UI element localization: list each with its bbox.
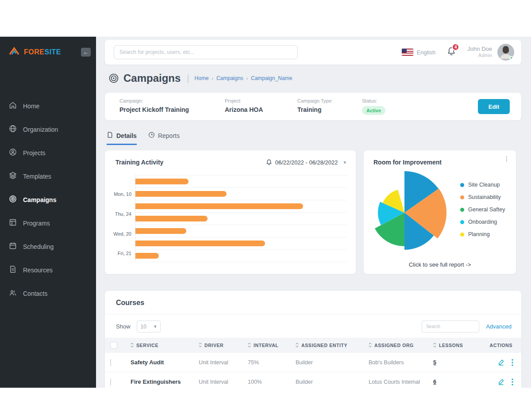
- breadcrumb-link-campaigns[interactable]: Campaigns: [216, 75, 243, 81]
- brand-logo-icon: [9, 46, 20, 58]
- select-all-checkbox[interactable]: [105, 342, 123, 349]
- layout-icon: [9, 218, 17, 228]
- sidebar-item-scheduling[interactable]: Scheduling: [0, 237, 96, 256]
- date-range-selector[interactable]: 06/22/2022 - 06/28/2022 ▾: [266, 159, 346, 166]
- sidebar-item-label: Scheduling: [23, 243, 54, 250]
- notifications-button[interactable]: 4: [447, 46, 456, 58]
- field-value: Project Kickoff Training: [119, 106, 189, 113]
- page-title: Campaigns: [123, 72, 181, 84]
- cell-service: Fire Extinguishers: [123, 378, 191, 385]
- campaign-field-status: Status:Active: [362, 98, 385, 115]
- column-header-service[interactable]: SERVICE: [123, 343, 191, 348]
- row-checkbox[interactable]: [105, 359, 123, 366]
- sidebar-item-contacts[interactable]: Contacts: [0, 284, 96, 302]
- cell-service: Safety Audit: [123, 359, 191, 366]
- sidebar-item-label: Resources: [23, 267, 53, 274]
- sidebar-item-campaigns[interactable]: Campaigns: [0, 191, 96, 209]
- column-header-assigned-org[interactable]: ASSIGNED ORG: [361, 343, 425, 348]
- chevron-down-icon: ▾: [343, 160, 346, 165]
- search-input[interactable]: [114, 45, 298, 59]
- lessons-link[interactable]: 5: [433, 359, 436, 366]
- tab-label: Details: [116, 132, 137, 139]
- y-axis-tick-label: Fri, 21: [118, 251, 131, 256]
- sidebar-item-home[interactable]: Home: [0, 97, 96, 115]
- row-menu-button[interactable]: [512, 378, 513, 386]
- topbar: English 4 John Doe Admin: [105, 40, 521, 65]
- sidebar-item-programs[interactable]: Programs: [0, 214, 96, 232]
- app-window: FORESITE ← HomeOrganizationProjectsTempl…: [0, 37, 531, 388]
- field-label: Campaign:: [119, 98, 189, 103]
- notification-badge: 4: [452, 43, 459, 51]
- sort-icon[interactable]: [248, 343, 251, 348]
- gridline: [135, 249, 347, 250]
- column-header-lessons[interactable]: LESSONS: [425, 343, 468, 348]
- gridline: [135, 175, 347, 176]
- row-menu-button[interactable]: [512, 359, 513, 366]
- target-icon: [9, 195, 17, 204]
- column-label: ACTIONS: [490, 343, 512, 348]
- sort-icon[interactable]: [296, 343, 299, 348]
- edit-row-button[interactable]: [498, 378, 504, 385]
- avatar[interactable]: [497, 44, 514, 61]
- chevron-down-icon: ▾: [154, 324, 157, 329]
- tab-bar: DetailsReports: [107, 131, 180, 145]
- room-for-improvement-card: Room for Improvement ⋮ Site CleanupSusta…: [364, 150, 516, 274]
- page-size-value: 10: [141, 324, 146, 330]
- row-checkbox[interactable]: [105, 379, 123, 385]
- screen: FORESITE ← HomeOrganizationProjectsTempl…: [0, 0, 531, 420]
- sidebar-item-label: Organization: [23, 126, 58, 133]
- main-content: English 4 John Doe Admin: [96, 37, 531, 388]
- edit-button[interactable]: Edit: [478, 99, 510, 114]
- cell-driver: Unit Interval: [191, 379, 240, 385]
- cell-lessons: 5: [425, 359, 468, 366]
- sidebar-item-label: Programs: [23, 220, 50, 227]
- status-badge: Active: [362, 106, 385, 115]
- column-header-interval[interactable]: INTERVAL: [240, 343, 288, 348]
- clock-icon: [148, 131, 155, 140]
- sort-icon[interactable]: [199, 343, 202, 348]
- field-value: Arizona HOA: [225, 106, 263, 113]
- tab-reports[interactable]: Reports: [148, 131, 180, 145]
- breadcrumb: Home›Campaigns›Campaign_Name: [195, 75, 292, 81]
- sidebar-collapse-button[interactable]: ←: [81, 48, 91, 57]
- y-axis-tick-label: Thu, 24: [115, 211, 131, 217]
- sort-icon[interactable]: [131, 343, 134, 348]
- sort-icon[interactable]: [433, 343, 436, 348]
- lessons-link[interactable]: 6: [433, 379, 436, 385]
- title-divider: |: [187, 73, 189, 84]
- bell-small-icon: [266, 159, 272, 166]
- column-label: DRIVER: [204, 343, 223, 348]
- bar-series-item: [135, 228, 186, 234]
- column-header-actions: ACTIONS: [468, 343, 521, 348]
- sidebar-item-organization[interactable]: Organization: [0, 120, 96, 138]
- people-icon: [9, 289, 17, 298]
- sidebar-item-templates[interactable]: Templates: [0, 167, 96, 185]
- column-header-assigned-entity[interactable]: ASSIGNED ENTITY: [288, 343, 361, 348]
- column-header-driver[interactable]: DRIVER: [191, 343, 240, 348]
- sidebar-item-projects[interactable]: Projects: [0, 144, 96, 162]
- sort-icon[interactable]: [369, 343, 372, 348]
- kebab-menu-icon[interactable]: ⋮: [504, 157, 508, 160]
- column-label: ASSIGNED ORG: [374, 343, 414, 348]
- legend-item-planning: Planning: [460, 228, 505, 241]
- table-search-input[interactable]: [422, 321, 479, 332]
- tab-details[interactable]: Details: [107, 131, 137, 145]
- target-icon: [108, 73, 119, 84]
- full-report-link[interactable]: Click to see full report ->: [364, 261, 516, 268]
- bar-series-item: [135, 203, 303, 209]
- breadcrumb-link-home[interactable]: Home: [195, 75, 209, 81]
- legend-label: Site Cleanup: [468, 182, 500, 188]
- cell-interval: 100%: [240, 379, 288, 385]
- campaign-field-campaign: Campaign:Project Kickoff Training: [119, 98, 189, 113]
- legend-dot: [460, 183, 464, 187]
- edit-row-button[interactable]: [498, 359, 504, 366]
- brand: FORESITE ←: [0, 37, 96, 58]
- tab-label: Reports: [158, 132, 180, 139]
- column-label: LESSONS: [439, 343, 463, 348]
- gridline: [135, 187, 347, 188]
- sidebar-item-resources[interactable]: Resources: [0, 261, 96, 279]
- language-selector[interactable]: English: [417, 49, 436, 56]
- page-size-select[interactable]: 10 ▾: [137, 321, 161, 332]
- advanced-filter-link[interactable]: Advanced: [486, 323, 512, 330]
- breadcrumb-link-campaign-name[interactable]: Campaign_Name: [251, 75, 292, 81]
